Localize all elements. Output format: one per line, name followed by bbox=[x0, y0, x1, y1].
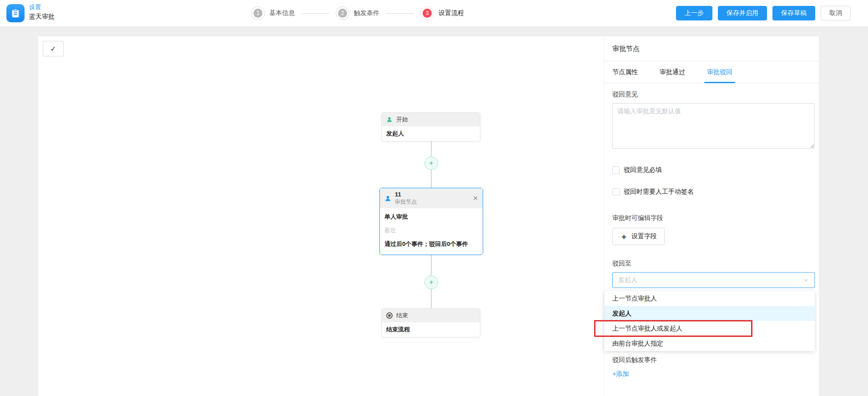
tab-approval-pass[interactable]: 审批通过 bbox=[660, 61, 685, 83]
reject-to-select[interactable]: 发起人 bbox=[612, 272, 815, 288]
checkbox-icon[interactable] bbox=[612, 188, 620, 195]
step-label: 基本信息 bbox=[269, 9, 295, 17]
panel-tabs: 节点属性 审批通过 审批驳回 bbox=[604, 61, 819, 83]
tab-approval-reject[interactable]: 审批驳回 bbox=[707, 61, 732, 83]
reject-opinion-label: 驳回意见 bbox=[612, 90, 814, 99]
save-and-enable-button[interactable]: 保存并启用 bbox=[718, 6, 767, 20]
add-node-button[interactable]: + bbox=[424, 156, 438, 170]
flow-canvas[interactable]: ✓ 开始 发起人 + 11 审批节点 ✕ 单人审批 蔡壮 bbox=[38, 36, 819, 396]
plus-icon: + bbox=[429, 159, 433, 167]
step-number: 1 bbox=[253, 9, 262, 18]
step-trigger-condition[interactable]: 2 触发条件 bbox=[336, 6, 379, 20]
approval-node[interactable]: 11 审批节点 ✕ 单人审批 蔡壮 通过后0个事件；驳回后0个事件 bbox=[379, 188, 483, 255]
start-node-title: 开始 bbox=[396, 115, 408, 124]
option-initiator[interactable]: 发起人 bbox=[604, 306, 815, 321]
step-label: 触发条件 bbox=[354, 9, 379, 17]
top-bar: 设置 蓝天审批 1 基本信息 2 触发条件 3 设置流程 上一步 保存并启用 保… bbox=[0, 0, 868, 26]
check-icon: ✓ bbox=[50, 45, 56, 53]
add-event-link[interactable]: +添加 bbox=[612, 370, 629, 378]
checkbox-label: 驳回时需要人工手动签名 bbox=[624, 188, 694, 196]
approval-node-subtitle: 审批节点 bbox=[395, 199, 417, 206]
step-connector bbox=[386, 13, 414, 14]
reject-to-select-value: 发起人 bbox=[618, 276, 803, 284]
step-basic-info[interactable]: 1 基本信息 bbox=[251, 6, 295, 20]
approval-node-title: 11 bbox=[395, 191, 417, 198]
end-target-icon bbox=[386, 312, 393, 319]
cancel-button[interactable]: 取消 bbox=[821, 6, 851, 20]
checkbox-reject-opinion-required[interactable]: 驳回意见必填 bbox=[612, 166, 814, 174]
panel-title: 审批节点 bbox=[604, 36, 819, 61]
tab-node-properties[interactable]: 节点属性 bbox=[612, 61, 638, 83]
step-number: 3 bbox=[423, 9, 432, 18]
end-node-title: 结束 bbox=[396, 311, 408, 320]
start-node-body: 发起人 bbox=[382, 126, 480, 141]
reject-to-dropdown: 上一节点审批人 发起人 上一节点审批人或发起人 由前台审批人指定 bbox=[604, 291, 815, 351]
settings-link[interactable]: 设置 bbox=[29, 3, 55, 12]
checkbox-label: 驳回意见必填 bbox=[624, 166, 662, 174]
node-settings-panel: 审批节点 节点属性 审批通过 审批驳回 驳回意见 驳回意见必填 驳回时需要人工手… bbox=[604, 36, 819, 396]
step-number: 2 bbox=[338, 9, 347, 18]
reject-to-label: 驳回至 bbox=[612, 260, 814, 268]
approval-events: 通过后0个事件；驳回后0个事件 bbox=[384, 237, 478, 251]
add-node-button[interactable]: + bbox=[424, 276, 438, 289]
step-set-flow[interactable]: 3 设置流程 bbox=[420, 6, 464, 20]
clipboard-icon bbox=[10, 8, 20, 18]
option-previous-approver-or-initiator[interactable]: 上一节点审批人或发起人 bbox=[604, 321, 815, 336]
end-node[interactable]: 结束 结束流程 bbox=[381, 308, 480, 337]
set-fields-button[interactable]: ＋ 设置字段 bbox=[612, 228, 665, 245]
plus-icon: + bbox=[429, 278, 433, 286]
checkbox-icon[interactable] bbox=[612, 166, 620, 174]
editable-fields-label: 审批时可编辑字段 bbox=[612, 214, 814, 222]
chevron-down-icon bbox=[803, 277, 809, 283]
checkbox-manual-signature[interactable]: 驳回时需要人工手动签名 bbox=[612, 188, 814, 196]
option-frontend-approver-assign[interactable]: 由前台审批人指定 bbox=[604, 336, 815, 351]
step-connector bbox=[301, 13, 329, 14]
plus-icon: ＋ bbox=[620, 231, 628, 242]
end-node-body: 结束流程 bbox=[382, 322, 480, 337]
select-mode-button[interactable]: ✓ bbox=[43, 41, 64, 56]
app-title: 蓝天审批 bbox=[29, 12, 55, 21]
app-logo bbox=[6, 4, 25, 22]
start-node[interactable]: 开始 发起人 bbox=[381, 112, 480, 141]
option-previous-node-approver[interactable]: 上一节点审批人 bbox=[604, 291, 815, 306]
stepper: 1 基本信息 2 触发条件 3 设置流程 bbox=[251, 0, 464, 26]
set-fields-button-label: 设置字段 bbox=[631, 232, 657, 241]
step-label: 设置流程 bbox=[439, 9, 464, 17]
previous-step-button[interactable]: 上一步 bbox=[676, 6, 712, 20]
close-icon[interactable]: ✕ bbox=[473, 195, 478, 202]
person-icon bbox=[384, 195, 391, 202]
trigger-events-label: 驳回后触发事件 bbox=[612, 356, 814, 364]
person-icon bbox=[386, 116, 393, 123]
reject-opinion-textarea[interactable] bbox=[612, 103, 815, 149]
approval-assignee: 蔡壮 bbox=[384, 224, 478, 237]
approval-mode: 单人审批 bbox=[384, 210, 478, 224]
save-draft-button[interactable]: 保存草稿 bbox=[772, 6, 815, 20]
